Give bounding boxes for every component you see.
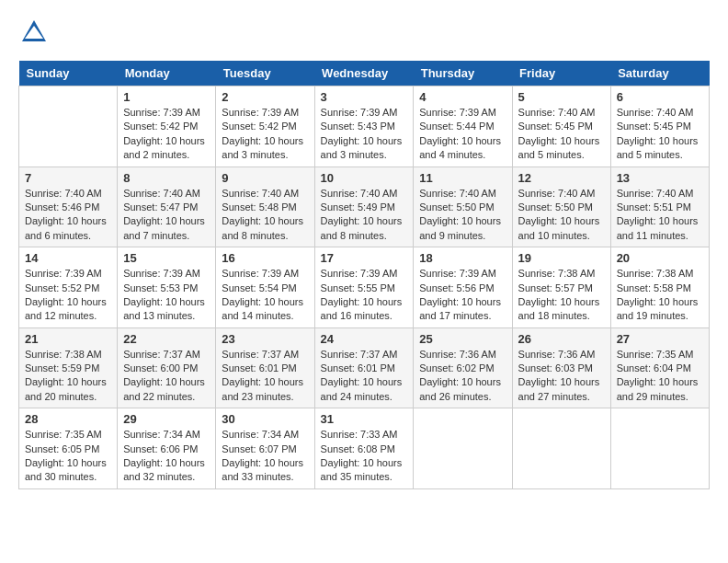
day-info: Sunrise: 7:37 AMSunset: 6:01 PMDaylight:… bbox=[321, 348, 408, 405]
day-info: Sunrise: 7:40 AMSunset: 5:46 PMDaylight:… bbox=[25, 187, 111, 244]
day-info: Sunrise: 7:38 AMSunset: 5:58 PMDaylight:… bbox=[617, 267, 703, 324]
day-number: 4 bbox=[419, 90, 506, 104]
day-info: Sunrise: 7:39 AMSunset: 5:52 PMDaylight:… bbox=[25, 267, 111, 324]
day-info: Sunrise: 7:37 AMSunset: 6:00 PMDaylight:… bbox=[123, 348, 210, 405]
week-row-5: 28Sunrise: 7:35 AMSunset: 6:05 PMDayligh… bbox=[19, 408, 710, 489]
day-info: Sunrise: 7:37 AMSunset: 6:01 PMDaylight:… bbox=[222, 348, 308, 405]
calendar-cell: 30Sunrise: 7:34 AMSunset: 6:07 PMDayligh… bbox=[216, 408, 314, 489]
day-number: 22 bbox=[123, 332, 210, 346]
day-info: Sunrise: 7:34 AMSunset: 6:07 PMDaylight:… bbox=[222, 428, 308, 485]
calendar-cell: 25Sunrise: 7:36 AMSunset: 6:02 PMDayligh… bbox=[414, 327, 512, 408]
day-header-tuesday: Tuesday bbox=[216, 61, 314, 86]
day-number: 20 bbox=[617, 251, 703, 265]
logo bbox=[18, 18, 48, 52]
calendar-cell: 10Sunrise: 7:40 AMSunset: 5:49 PMDayligh… bbox=[314, 167, 414, 247]
calendar-cell: 24Sunrise: 7:37 AMSunset: 6:01 PMDayligh… bbox=[314, 327, 414, 408]
day-info: Sunrise: 7:35 AMSunset: 6:05 PMDaylight:… bbox=[25, 428, 111, 485]
calendar-cell: 5Sunrise: 7:40 AMSunset: 5:45 PMDaylight… bbox=[512, 86, 610, 167]
calendar-cell: 27Sunrise: 7:35 AMSunset: 6:04 PMDayligh… bbox=[610, 327, 709, 408]
day-info: Sunrise: 7:39 AMSunset: 5:43 PMDaylight:… bbox=[321, 106, 408, 163]
week-row-1: 1Sunrise: 7:39 AMSunset: 5:42 PMDaylight… bbox=[19, 86, 710, 167]
calendar-cell: 11Sunrise: 7:40 AMSunset: 5:50 PMDayligh… bbox=[414, 167, 512, 247]
week-row-4: 21Sunrise: 7:38 AMSunset: 5:59 PMDayligh… bbox=[19, 327, 710, 408]
day-number: 15 bbox=[123, 251, 210, 265]
day-number: 13 bbox=[617, 171, 703, 185]
day-number: 27 bbox=[617, 332, 703, 346]
day-header-saturday: Saturday bbox=[610, 61, 709, 86]
day-number: 31 bbox=[321, 412, 408, 426]
header-row: SundayMondayTuesdayWednesdayThursdayFrid… bbox=[19, 61, 710, 86]
day-info: Sunrise: 7:34 AMSunset: 6:06 PMDaylight:… bbox=[123, 428, 210, 485]
calendar-cell: 4Sunrise: 7:39 AMSunset: 5:44 PMDaylight… bbox=[414, 86, 512, 167]
calendar-cell: 18Sunrise: 7:39 AMSunset: 5:56 PMDayligh… bbox=[414, 247, 512, 328]
calendar-cell: 16Sunrise: 7:39 AMSunset: 5:54 PMDayligh… bbox=[216, 247, 314, 328]
calendar-cell: 19Sunrise: 7:38 AMSunset: 5:57 PMDayligh… bbox=[512, 247, 610, 328]
day-number: 29 bbox=[123, 412, 210, 426]
day-info: Sunrise: 7:40 AMSunset: 5:50 PMDaylight:… bbox=[518, 187, 605, 244]
day-number: 11 bbox=[419, 171, 506, 185]
day-info: Sunrise: 7:39 AMSunset: 5:44 PMDaylight:… bbox=[419, 106, 506, 163]
week-row-2: 7Sunrise: 7:40 AMSunset: 5:46 PMDaylight… bbox=[19, 167, 710, 247]
calendar-cell bbox=[19, 86, 118, 167]
day-header-monday: Monday bbox=[118, 61, 216, 86]
day-info: Sunrise: 7:40 AMSunset: 5:51 PMDaylight:… bbox=[617, 187, 703, 244]
day-number: 14 bbox=[25, 251, 111, 265]
calendar-cell: 22Sunrise: 7:37 AMSunset: 6:00 PMDayligh… bbox=[118, 327, 216, 408]
calendar-cell: 29Sunrise: 7:34 AMSunset: 6:06 PMDayligh… bbox=[118, 408, 216, 489]
day-info: Sunrise: 7:40 AMSunset: 5:50 PMDaylight:… bbox=[419, 187, 506, 244]
day-number: 18 bbox=[419, 251, 506, 265]
calendar-cell: 23Sunrise: 7:37 AMSunset: 6:01 PMDayligh… bbox=[216, 327, 314, 408]
calendar-cell: 31Sunrise: 7:33 AMSunset: 6:08 PMDayligh… bbox=[314, 408, 414, 489]
day-number: 9 bbox=[222, 171, 308, 185]
day-info: Sunrise: 7:40 AMSunset: 5:45 PMDaylight:… bbox=[617, 106, 703, 163]
calendar-cell bbox=[610, 408, 709, 489]
calendar-table: SundayMondayTuesdayWednesdayThursdayFrid… bbox=[18, 61, 710, 489]
day-info: Sunrise: 7:33 AMSunset: 6:08 PMDaylight:… bbox=[321, 428, 408, 485]
day-info: Sunrise: 7:40 AMSunset: 5:49 PMDaylight:… bbox=[321, 187, 408, 244]
calendar-cell: 21Sunrise: 7:38 AMSunset: 5:59 PMDayligh… bbox=[19, 327, 118, 408]
calendar-cell: 26Sunrise: 7:36 AMSunset: 6:03 PMDayligh… bbox=[512, 327, 610, 408]
day-number: 10 bbox=[321, 171, 408, 185]
calendar-cell: 12Sunrise: 7:40 AMSunset: 5:50 PMDayligh… bbox=[512, 167, 610, 247]
day-number: 12 bbox=[518, 171, 605, 185]
day-info: Sunrise: 7:40 AMSunset: 5:45 PMDaylight:… bbox=[518, 106, 605, 163]
day-info: Sunrise: 7:39 AMSunset: 5:53 PMDaylight:… bbox=[123, 267, 210, 324]
day-number: 2 bbox=[222, 90, 308, 104]
day-number: 19 bbox=[518, 251, 605, 265]
day-number: 8 bbox=[123, 171, 210, 185]
day-number: 3 bbox=[321, 90, 408, 104]
calendar-cell: 15Sunrise: 7:39 AMSunset: 5:53 PMDayligh… bbox=[118, 247, 216, 328]
day-number: 28 bbox=[25, 412, 111, 426]
calendar-cell: 3Sunrise: 7:39 AMSunset: 5:43 PMDaylight… bbox=[314, 86, 414, 167]
day-number: 21 bbox=[25, 332, 111, 346]
calendar-cell: 20Sunrise: 7:38 AMSunset: 5:58 PMDayligh… bbox=[610, 247, 709, 328]
day-info: Sunrise: 7:38 AMSunset: 5:59 PMDaylight:… bbox=[25, 348, 111, 405]
day-number: 6 bbox=[617, 90, 703, 104]
calendar-cell bbox=[414, 408, 512, 489]
day-info: Sunrise: 7:40 AMSunset: 5:48 PMDaylight:… bbox=[222, 187, 308, 244]
calendar-cell bbox=[512, 408, 610, 489]
day-number: 1 bbox=[123, 90, 210, 104]
day-number: 16 bbox=[222, 251, 308, 265]
week-row-3: 14Sunrise: 7:39 AMSunset: 5:52 PMDayligh… bbox=[19, 247, 710, 328]
day-info: Sunrise: 7:39 AMSunset: 5:54 PMDaylight:… bbox=[222, 267, 308, 324]
logo-icon bbox=[20, 18, 48, 46]
day-number: 7 bbox=[25, 171, 111, 185]
day-info: Sunrise: 7:40 AMSunset: 5:47 PMDaylight:… bbox=[123, 187, 210, 244]
day-number: 23 bbox=[222, 332, 308, 346]
day-info: Sunrise: 7:35 AMSunset: 6:04 PMDaylight:… bbox=[617, 348, 703, 405]
calendar-cell: 8Sunrise: 7:40 AMSunset: 5:47 PMDaylight… bbox=[118, 167, 216, 247]
day-info: Sunrise: 7:38 AMSunset: 5:57 PMDaylight:… bbox=[518, 267, 605, 324]
calendar-cell: 7Sunrise: 7:40 AMSunset: 5:46 PMDaylight… bbox=[19, 167, 118, 247]
day-info: Sunrise: 7:36 AMSunset: 6:02 PMDaylight:… bbox=[419, 348, 506, 405]
day-info: Sunrise: 7:39 AMSunset: 5:56 PMDaylight:… bbox=[419, 267, 506, 324]
calendar-cell: 2Sunrise: 7:39 AMSunset: 5:42 PMDaylight… bbox=[216, 86, 314, 167]
calendar-cell: 1Sunrise: 7:39 AMSunset: 5:42 PMDaylight… bbox=[118, 86, 216, 167]
day-header-friday: Friday bbox=[512, 61, 610, 86]
page-header bbox=[18, 18, 710, 52]
calendar-cell: 14Sunrise: 7:39 AMSunset: 5:52 PMDayligh… bbox=[19, 247, 118, 328]
calendar-cell: 13Sunrise: 7:40 AMSunset: 5:51 PMDayligh… bbox=[610, 167, 709, 247]
day-number: 24 bbox=[321, 332, 408, 346]
day-header-sunday: Sunday bbox=[19, 61, 118, 86]
day-number: 17 bbox=[321, 251, 408, 265]
